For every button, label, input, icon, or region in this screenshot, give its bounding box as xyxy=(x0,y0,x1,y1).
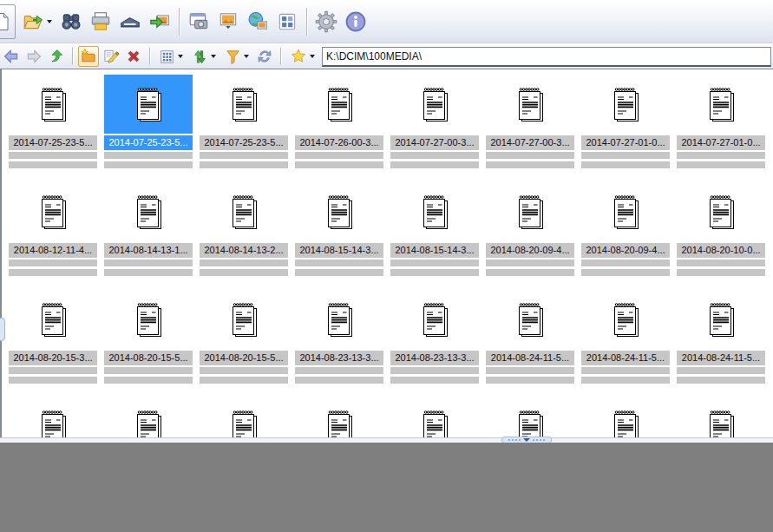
file-name: 2014-08-24-11-5... xyxy=(677,351,765,365)
thumbnail-pane[interactable]: 2014-07-25-23-5... xyxy=(0,69,773,437)
open-folder-button[interactable] xyxy=(17,4,56,39)
settings-button[interactable] xyxy=(312,4,340,39)
file-item[interactable]: 2014-08-24-11-5... xyxy=(578,290,673,397)
file-item[interactable]: 2014-07-25-23-5... xyxy=(196,75,292,182)
file-item[interactable] xyxy=(292,397,387,437)
convert-export-button[interactable] xyxy=(146,4,174,39)
scan-button[interactable] xyxy=(116,4,144,39)
file-item[interactable]: 2014-07-27-01-0... xyxy=(578,75,673,182)
find-icon xyxy=(60,10,82,33)
file-item[interactable] xyxy=(5,397,101,437)
file-item[interactable]: 2014-07-27-00-3... xyxy=(482,75,578,182)
refresh-icon xyxy=(256,48,273,65)
notepad-file-icon xyxy=(705,85,737,123)
sort-button[interactable] xyxy=(188,46,219,67)
file-name: 2014-08-20-09-4... xyxy=(486,243,574,258)
notepad-file-icon xyxy=(705,408,737,437)
file-item[interactable]: 2014-07-25-23-5... xyxy=(101,75,196,182)
favorites-dropdown[interactable] xyxy=(310,55,315,58)
file-item[interactable]: 2014-08-20-15-5... xyxy=(101,290,196,397)
file-item[interactable]: 2014-08-20-09-4... xyxy=(578,182,673,290)
file-item[interactable]: 2014-08-15-14-3... xyxy=(292,182,387,290)
refresh-button[interactable] xyxy=(254,46,275,67)
file-meta-bar xyxy=(9,367,97,374)
slideshow-button[interactable] xyxy=(214,4,242,39)
toolbar-separator xyxy=(179,8,180,36)
print-button[interactable] xyxy=(87,4,115,39)
file-item[interactable]: 2014-07-27-01-0... xyxy=(673,75,769,182)
file-item[interactable]: 2014-08-14-13-1... xyxy=(101,182,196,290)
file-meta-bar xyxy=(390,367,479,374)
contact-sheet-icon xyxy=(276,10,298,33)
view-mode-button[interactable] xyxy=(155,46,187,67)
file-name: 2014-08-20-15-3... xyxy=(9,351,97,365)
notepad-file-icon xyxy=(37,408,69,437)
file-item[interactable]: 2014-08-12-11-4... xyxy=(5,182,101,290)
favorites-button[interactable] xyxy=(286,46,318,67)
file-meta-bar xyxy=(581,269,670,276)
file-icon-area xyxy=(9,397,97,437)
file-item[interactable] xyxy=(101,397,196,437)
file-item[interactable] xyxy=(578,397,673,437)
settings-gear-icon xyxy=(314,10,338,34)
file-name: 2014-08-15-14-3... xyxy=(295,243,383,258)
view-mode-dropdown[interactable] xyxy=(178,55,183,58)
print-icon xyxy=(89,10,112,33)
notepad-file-icon xyxy=(610,300,641,338)
file-name: 2014-08-23-13-3... xyxy=(295,351,383,365)
file-item[interactable]: 2014-08-24-11-5... xyxy=(482,290,578,397)
back-button[interactable] xyxy=(1,46,22,67)
file-icon-area xyxy=(295,290,383,349)
file-icon-area xyxy=(104,290,193,349)
file-item[interactable] xyxy=(673,397,769,437)
info-button[interactable] xyxy=(342,4,370,39)
forward-button[interactable] xyxy=(23,46,44,67)
file-icon-area xyxy=(581,75,670,134)
notepad-file-icon xyxy=(37,85,69,123)
file-item[interactable]: 2014-08-24-11-5... xyxy=(673,290,769,397)
find-button[interactable] xyxy=(57,4,85,39)
file-item[interactable]: 2014-08-14-13-2... xyxy=(196,182,292,290)
toolbar-separator xyxy=(72,48,73,65)
contact-sheet-button[interactable] xyxy=(273,4,301,39)
file-meta-bar xyxy=(581,259,670,266)
file-item[interactable]: 2014-08-23-13-3... xyxy=(292,290,387,397)
new-file-button[interactable] xyxy=(0,4,16,39)
delete-button[interactable] xyxy=(123,46,144,67)
file-meta-bar xyxy=(295,152,383,159)
left-splitter-handle[interactable] xyxy=(0,318,5,341)
file-item[interactable]: 2014-08-20-10-0... xyxy=(673,182,769,290)
address-input[interactable] xyxy=(322,47,771,67)
file-name: 2014-08-20-15-5... xyxy=(200,351,288,365)
file-item[interactable] xyxy=(387,397,482,437)
file-icon-area xyxy=(390,75,479,134)
filter-button[interactable] xyxy=(221,46,252,67)
file-item[interactable]: 2014-07-26-00-3... xyxy=(292,75,387,182)
file-item[interactable]: 2014-08-15-14-3... xyxy=(387,182,482,290)
file-item[interactable]: 2014-07-25-23-5... xyxy=(5,75,101,182)
file-item[interactable]: 2014-08-20-15-5... xyxy=(196,290,292,397)
file-item[interactable]: 2014-08-23-13-3... xyxy=(387,290,482,397)
rename-button[interactable] xyxy=(101,46,121,67)
open-folder-dropdown[interactable] xyxy=(47,20,52,23)
sort-dropdown[interactable] xyxy=(211,55,216,58)
file-item[interactable]: 2014-08-20-15-3... xyxy=(5,290,101,397)
new-folder-button[interactable] xyxy=(78,46,99,67)
filter-dropdown[interactable] xyxy=(244,55,249,58)
screen-capture-button[interactable] xyxy=(185,4,213,39)
file-icon-area xyxy=(9,182,97,241)
file-meta-bar xyxy=(677,161,765,168)
file-meta-bar xyxy=(295,161,383,168)
file-item[interactable] xyxy=(196,397,292,437)
file-icon-area xyxy=(295,397,383,437)
file-item[interactable]: 2014-08-20-09-4... xyxy=(482,182,578,290)
up-button[interactable] xyxy=(46,46,67,67)
file-item[interactable]: 2014-07-27-00-3... xyxy=(387,75,482,182)
web-upload-button[interactable] xyxy=(244,4,272,39)
file-name: 2014-07-26-00-3... xyxy=(295,135,383,150)
file-icon-area xyxy=(295,182,383,241)
notepad-file-icon xyxy=(419,193,450,231)
splitter-dots xyxy=(533,439,545,441)
file-item[interactable] xyxy=(482,397,578,437)
notepad-file-icon xyxy=(419,85,450,123)
